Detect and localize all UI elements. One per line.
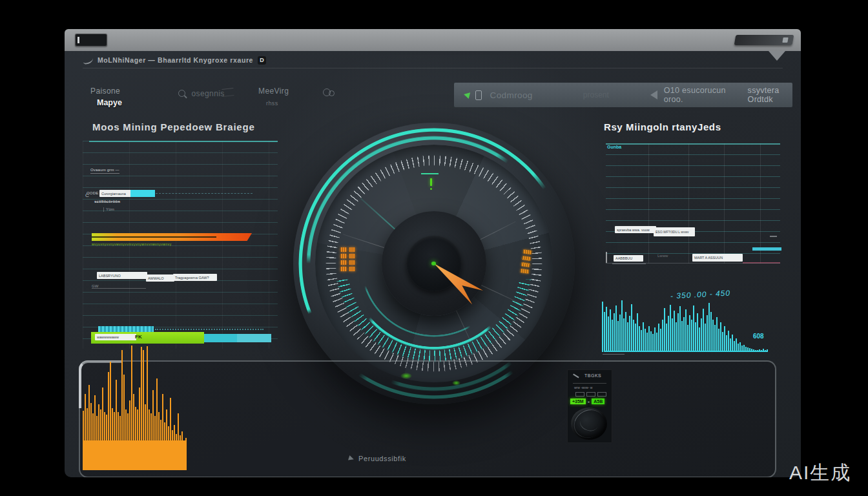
grid-tag: ESO.WF?/3DU.L wvwv [654,227,695,236]
ghost-menu-icon [222,88,234,97]
ai-watermark: AI生成 [789,460,851,486]
grid-tag: MART A ASSUUN [692,254,743,262]
axis-stub [603,354,625,355]
menubar-title: MoLNhiNager — Bhaarrltd Knygroxe rxaure [98,56,253,64]
nav-item-meevirg[interactable]: MeeVirg rhss [258,85,289,108]
grid-scribble: Lwww [657,254,668,258]
nav-item-search[interactable]: osegnnis [178,87,225,99]
card-divider [573,383,606,384]
green-badge: +35M [570,398,586,404]
grid-dash [770,236,777,237]
label-badge: LABSRYUNO [97,272,147,279]
bar-tag: Curorgiamauna [99,190,134,197]
dotted-line [155,329,264,330]
green-bar-code: FK [135,334,142,340]
nav-item-paisone[interactable]: Paisone Mapye [90,85,122,108]
green-bar: wawwwwaww FK [91,332,204,344]
orange-histogram [83,346,189,470]
green-arrow-icon[interactable] [463,91,470,99]
grid-tag: sprasvba wwa. vuuw [615,226,656,233]
chart-annotation: scöliöcöröön [94,200,120,204]
card-row-text: wrw -wvw- w [574,386,592,389]
toolbar: Codmroog prosent O10 esucorucun oroo. ss… [454,83,792,107]
label-badge: Tragpagewma GAW? [173,274,217,281]
screen: MoLNhiNager — Bhaarrltd Knygroxe rxaure … [0,0,868,496]
menubar-separator [83,68,783,68]
menubar-badge[interactable]: D [258,56,266,65]
bottom-footer[interactable]: Peruudssibfik [349,455,406,462]
window-control-left[interactable] [75,34,107,46]
orange-gradient-bar [92,233,252,241]
chevron-down-icon[interactable] [769,51,785,61]
cyan-bar [130,190,155,197]
right-chart: Gunba sprasvba wwa. vuuw ESO.WF?/3DU.L w… [606,143,780,264]
green-exclamation-indicator [430,178,432,186]
right-panel-title: Rsy Miingoln rtanyJeds [604,121,721,132]
green-badge: A5B [592,398,604,404]
card-badges: +35M + A5B [570,398,604,404]
red-baseline [743,262,780,264]
cyan-chart-end-value: 608 [753,333,764,340]
orange-histogram-base [83,440,186,470]
window-control-glyph [78,37,79,43]
nav-item-label: Paisone [90,87,120,96]
orange-led-block-left [340,247,355,271]
cursor-swoosh-icon [82,55,94,65]
window-control-dot [782,37,788,43]
card-chips [575,392,606,397]
mini-card[interactable]: TBGKS wrw -wvw- w +35M + A5B [567,369,612,443]
nav-item-label: osegnnis [191,89,224,98]
rings-icon[interactable] [323,87,335,99]
card-slash-icon [573,373,579,378]
bar-label: OODE [87,191,98,196]
green-bar-tag: wawwwwaww [95,334,136,340]
toolbar-item-codmroog[interactable]: Codmroog [490,90,533,100]
titlebar [65,29,801,51]
center-green-led [431,262,436,265]
nav-item-sublabel: rhss [266,100,278,107]
footer-label: Peruudssibfik [358,455,406,462]
chart-annotation: Yüm [103,207,114,212]
flag-icon [348,455,355,462]
window-control-right[interactable] [734,35,794,45]
chart-annotation: Ovaaum grm — [90,168,119,174]
toolbar-item-prosent[interactable]: prosent [583,90,609,99]
grid-tag: AABBBUU [614,255,643,262]
chart-annotation: GW [92,284,146,289]
orange-bar-caption: wvyuvnyvvnyvwvnyvvmvyvnywnvvnwvnyvwnvy [92,242,247,246]
menubar: MoLNhiNager — Bhaarrltd Knygroxe rxaure … [83,54,266,67]
cyan-axis-line [604,351,767,352]
card-title: TBGKS [584,373,601,378]
cyan-histogram [602,295,769,352]
swirl-thumbnail [571,408,607,440]
nav-item-label: MeeVirg [258,87,289,96]
grid-label: Gunba [607,145,621,149]
speaker-icon[interactable] [650,90,657,99]
plus-mark: + [588,400,590,404]
ring-icon-small [329,90,335,96]
dotted-line [156,193,253,194]
cyan-mini-bar [752,247,781,251]
toolbar-item-system[interactable]: ssyvtera Ordtdk [748,86,792,104]
nav-item-sublabel: Mapye [97,98,122,107]
left-chart: Ovaaum grm — C OODE Curorgiamauna scöliö… [83,141,278,349]
app-window: MoLNhiNager — Bhaarrltd Knygroxe rxaure … [65,29,801,477]
search-icon [178,90,185,97]
green-top-line [421,173,439,174]
axis-tick [606,252,607,263]
tag-underline [612,264,646,264]
checkbox-icon[interactable] [475,90,482,100]
toolbar-item-status[interactable]: O10 esucorucun oroo. [664,86,727,104]
left-panel-title: Moos Mining Pepedoew Braiege [92,121,255,132]
label-badge: AWWALO [146,274,174,282]
